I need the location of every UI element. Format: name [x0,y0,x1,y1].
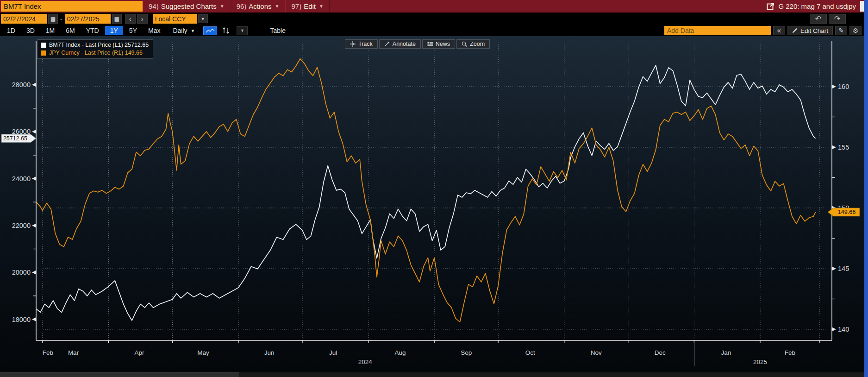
chart-toolbar: 1D 3D 1M 6M YTD 1Y 5Y Max Daily ▼ ▼ Tabl… [0,25,868,36]
line-chart-type-button[interactable] [203,26,217,35]
track-label: Track [358,41,373,47]
chevron-down-icon: ▼ [191,28,195,33]
menu-suggested-charts[interactable]: 94) Suggested Charts ▼ [143,0,231,13]
news-button[interactable]: News [422,39,455,49]
bottom-strip [0,372,868,377]
svg-text:Jul: Jul [329,349,337,356]
svg-text:155: 155 [838,144,849,151]
svg-text:149.66: 149.66 [838,209,856,215]
chevron-down-icon: ▼ [319,4,324,9]
period-3d[interactable]: 3D [21,26,40,35]
series-line-bm7t [36,65,816,320]
bars-arrows-icon [222,27,230,34]
svg-text:Mar: Mar [68,349,79,356]
legend-item-jpy[interactable]: JPY Curncy - Last Price (R1) 149.66 [41,50,149,56]
svg-text:28000: 28000 [12,81,31,88]
menu-edit[interactable]: 97) Edit ▼ [285,0,329,13]
zoom-label: Zoom [470,41,485,47]
svg-text:Feb: Feb [785,349,795,356]
legend-label: JPY Curncy - Last Price (R1) 149.66 [49,50,143,56]
collapse-panel-button[interactable]: « [773,26,785,35]
series-line-jpy [36,59,816,322]
chart-reference-title: G 220: mag 7 and usdjpy [778,2,856,10]
pencil-icon [792,28,798,33]
legend-label: BM7T Index - Last Price (L1) 25712.65 [49,42,149,48]
svg-text:160: 160 [838,83,849,90]
svg-text:25712.65: 25712.65 [3,135,27,142]
svg-text:22000: 22000 [12,222,31,229]
series-swatch-orange [41,50,46,56]
frequency-select[interactable]: Daily ▼ [173,27,195,34]
menu-number: 96) [237,2,247,10]
menu-actions[interactable]: 96) Actions ▼ [231,0,286,13]
notes-icon-button[interactable]: ✎ [835,26,847,35]
settings-gear-button[interactable]: ⚙ [849,26,862,35]
start-date-field[interactable]: 02/27/2024 [1,14,47,24]
period-5y[interactable]: 5Y [124,26,142,35]
period-1d[interactable]: 1D [2,26,20,35]
news-label: News [436,41,450,47]
period-6m[interactable]: 6M [61,26,80,35]
calendar-icon[interactable]: ▦ [112,14,122,24]
svg-text:Feb: Feb [43,349,53,356]
svg-text:Sep: Sep [461,349,472,356]
menu-label: Edit [304,2,316,10]
period-ytd[interactable]: YTD [81,26,104,35]
calendar-icon[interactable]: ▦ [48,14,58,24]
menu-label: Actions [249,2,271,10]
svg-text:20000: 20000 [12,269,31,276]
edit-chart-label: Edit Chart [800,27,828,34]
chart-area[interactable]: 2800026000240002200020000180001601551501… [0,36,868,372]
svg-text:18000: 18000 [12,316,31,323]
edit-chart-button[interactable]: Edit Chart [787,26,833,35]
annotate-button[interactable]: Annotate [379,39,421,49]
legend-item-bm7t[interactable]: BM7T Index - Last Price (L1) 25712.65 [41,42,149,48]
svg-text:Apr: Apr [135,349,145,356]
svg-text:140: 140 [838,326,849,333]
menu-number: 94) [149,2,159,10]
title-bar: 94) Suggested Charts ▼ 96) Actions ▼ 97)… [0,0,868,13]
frequency-label: Daily [173,27,187,34]
table-button[interactable]: Table [264,26,291,35]
date-separator: - [60,15,62,23]
svg-text:24000: 24000 [12,175,31,182]
undo-button[interactable]: ↶ [810,14,827,24]
currency-select[interactable]: Local CCY [153,14,197,24]
svg-text:Nov: Nov [591,349,602,356]
chart-type-dropdown[interactable]: ▼ [237,26,248,35]
svg-text:Jan: Jan [721,349,731,356]
series-swatch-white [41,43,46,48]
window-edge [864,0,868,377]
menu-number: 97) [291,2,301,10]
chevron-down-icon: ▼ [275,4,280,9]
chart-tools-overlay: Track Annotate News Zoom [345,39,490,49]
external-link-icon[interactable] [767,2,774,10]
magnifier-icon [462,41,467,47]
price-chart[interactable]: 2800026000240002200020000180001601551501… [0,36,868,372]
window-notch [860,1,864,12]
zoom-button[interactable]: Zoom [456,39,490,49]
svg-text:2025: 2025 [753,358,767,365]
bottom-strip-segment [0,372,239,377]
line-chart-icon [206,28,215,34]
end-date-field[interactable]: 02/27/2025 [65,14,111,24]
svg-text:2024: 2024 [358,358,373,365]
svg-text:Jun: Jun [264,349,275,356]
track-button[interactable]: Track [345,39,378,49]
period-1y-selected[interactable]: 1Y [105,26,123,35]
svg-text:145: 145 [838,265,849,272]
currency-dropdown-arrow[interactable]: ▼ [198,14,208,23]
next-period-button[interactable]: › [137,14,148,24]
date-range-bar: 02/27/2024 ▦ - 02/27/2025 ▦ ‹ › Local CC… [0,13,868,25]
prev-period-button[interactable]: ‹ [125,14,136,24]
crosshair-icon [350,41,356,47]
svg-text:Oct: Oct [525,349,535,356]
compare-axes-button[interactable] [219,26,233,35]
security-input[interactable] [1,1,143,12]
period-max[interactable]: Max [143,26,165,35]
period-1m[interactable]: 1M [41,26,60,35]
redo-button[interactable]: ↷ [829,14,846,24]
svg-text:Aug: Aug [395,349,406,356]
svg-text:Dec: Dec [655,349,666,356]
add-data-input[interactable]: Add Data [664,26,771,35]
